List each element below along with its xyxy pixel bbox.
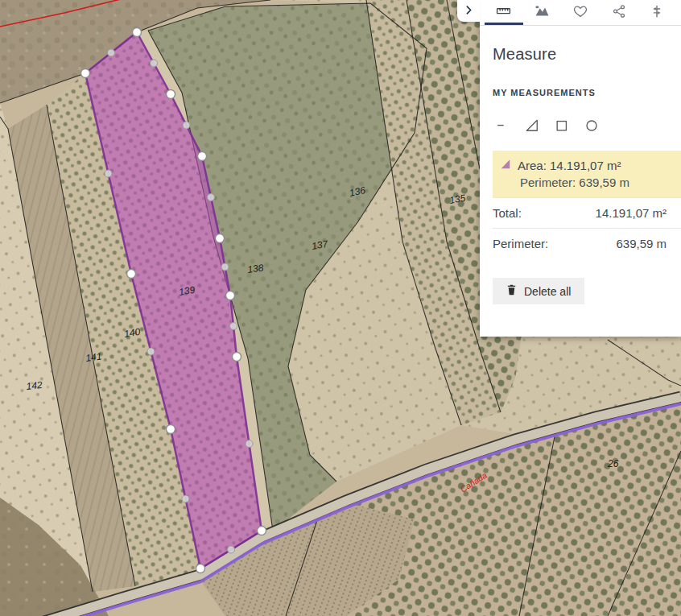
my-measurements-label: MY MEASUREMENTS bbox=[493, 88, 681, 97]
tab-measure[interactable] bbox=[485, 0, 523, 25]
delete-all-label: Delete all bbox=[524, 285, 571, 298]
polygon-midpoint-handle[interactable] bbox=[147, 348, 155, 355]
parcel-label-142: 142 bbox=[26, 379, 43, 392]
panel-collapse-button[interactable] bbox=[457, 0, 480, 22]
polygon-midpoint-handle[interactable] bbox=[182, 495, 189, 502]
polygon-midpoint-handle[interactable] bbox=[228, 546, 235, 553]
polygon-vertex-handle[interactable] bbox=[216, 234, 225, 243]
tab-settings[interactable] bbox=[638, 0, 676, 25]
panel-content: Measure MY MEASUREMENTS bbox=[480, 45, 681, 304]
tab-favorites[interactable] bbox=[561, 0, 600, 25]
polygon-midpoint-handle[interactable] bbox=[183, 122, 190, 129]
parcel-label-141: 141 bbox=[85, 350, 102, 364]
perimeter-row: Perimeter: 639,59 m bbox=[493, 228, 681, 258]
tune-icon bbox=[650, 4, 664, 22]
measurement-list-item[interactable]: Area: 14.191,07 m² Perimeter: 639,59 m bbox=[493, 151, 681, 197]
polygon-midpoint-handle[interactable] bbox=[221, 263, 229, 271]
parcel-label-138: 138 bbox=[246, 262, 264, 275]
measure-panel: Measure MY MEASUREMENTS bbox=[480, 0, 681, 337]
measurement-perimeter-text: Perimeter: 639,59 m bbox=[520, 176, 671, 189]
polygon-midpoint-handle[interactable] bbox=[230, 323, 237, 330]
parcel-label-26: 26 bbox=[607, 458, 619, 469]
panel-tabs bbox=[480, 0, 681, 26]
line-tool-button[interactable] bbox=[493, 117, 512, 136]
rectangle-tool-icon bbox=[554, 118, 570, 136]
chevron-right-icon bbox=[464, 4, 474, 19]
tab-share[interactable] bbox=[600, 0, 638, 25]
area-shape-icon bbox=[500, 159, 511, 172]
polygon-vertex-handle[interactable] bbox=[167, 90, 175, 99]
total-value: 14.191,07 m² bbox=[596, 206, 667, 220]
measure-tools bbox=[493, 117, 681, 136]
polygon-midpoint-handle[interactable] bbox=[105, 170, 112, 177]
delete-all-button[interactable]: Delete all bbox=[493, 278, 584, 304]
polygon-vertex-handle[interactable] bbox=[167, 425, 175, 434]
perimeter-label: Perimeter: bbox=[493, 237, 548, 250]
polygon-vertex-handle[interactable] bbox=[127, 270, 136, 279]
polygon-vertex-handle[interactable] bbox=[258, 527, 266, 535]
panel-title: Measure bbox=[493, 45, 681, 64]
polygon-midpoint-handle[interactable] bbox=[108, 49, 115, 56]
polygon-vertex-handle[interactable] bbox=[196, 564, 205, 573]
perimeter-value: 639,59 m bbox=[616, 237, 667, 250]
measure-app: { "panel": { "collapse": {"icon": "chevr… bbox=[0, 0, 681, 616]
polygon-vertex-handle[interactable] bbox=[233, 353, 241, 362]
rectangle-tool-button[interactable] bbox=[552, 117, 572, 136]
polygon-vertex-handle[interactable] bbox=[81, 69, 90, 78]
line-tool-icon bbox=[494, 118, 510, 136]
polygon-vertex-handle[interactable] bbox=[133, 28, 142, 37]
total-row: Total: 14.191,07 m² bbox=[493, 197, 681, 228]
total-label: Total: bbox=[493, 206, 522, 220]
circle-tool-button[interactable] bbox=[582, 117, 601, 136]
measurement-area-text: Area: 14.191,07 m² bbox=[518, 159, 621, 172]
circle-tool-icon bbox=[584, 118, 600, 136]
area-tool-button[interactable] bbox=[522, 117, 542, 136]
heart-icon bbox=[573, 4, 588, 22]
polygon-midpoint-handle[interactable] bbox=[246, 440, 253, 448]
polygon-midpoint-handle[interactable] bbox=[208, 194, 215, 201]
polygon-midpoint-handle[interactable] bbox=[151, 60, 158, 67]
trash-icon bbox=[506, 284, 517, 298]
polygon-vertex-handle[interactable] bbox=[226, 291, 235, 300]
triangle-tool-icon bbox=[524, 118, 540, 136]
polygon-vertex-handle[interactable] bbox=[198, 152, 207, 161]
tab-elevation-profile[interactable] bbox=[523, 0, 562, 25]
share-icon bbox=[612, 4, 626, 22]
ruler-icon bbox=[496, 3, 511, 22]
elevation-chart-icon bbox=[534, 3, 550, 22]
